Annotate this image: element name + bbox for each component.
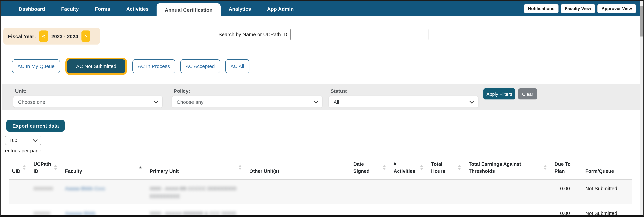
page-size-select[interactable]: 100 [5, 136, 41, 145]
certification-table: UIDUCPath IDFacultyPrimary UnitOther Uni… [9, 156, 632, 217]
status-filter-select[interactable]: All [329, 96, 478, 107]
sort-icon [420, 165, 424, 170]
column-header-form-queue: Form/Queue [582, 156, 632, 179]
redacted-primary-unit: 0000 - AAAAA BBBBBB & CCC DDDD EEE [150, 209, 243, 217]
sort-icon [238, 165, 242, 170]
sort-icon [382, 165, 386, 170]
table-header-row: UIDUCPath IDFacultyPrimary UnitOther Uni… [9, 156, 632, 179]
view-buttons: NotificationsFaculty ViewApprover View [524, 4, 636, 13]
sort-icon [544, 165, 547, 170]
cell-form-queue: Not Submitted [582, 179, 632, 204]
queue-tab-ac-all[interactable]: AC All [225, 59, 250, 73]
search-input[interactable] [290, 29, 428, 40]
column-header-label: Other Unit(s) [250, 169, 279, 174]
column-header-total-earnings-against-thresholds[interactable]: Total Earnings Against Thresholds [465, 156, 551, 179]
section-divider [5, 57, 632, 57]
cell-ucpath-id: 000000 [30, 204, 62, 217]
column-header-label: UCPath ID [34, 161, 51, 174]
chevron-down-icon [33, 137, 38, 142]
column-header-label: Date Signed [353, 161, 370, 174]
cell-date-signed [350, 179, 390, 204]
redacted-faculty-link[interactable]: Aaaaa Bbbb Cccc [65, 186, 105, 191]
cell-faculty: Aaaaa Bbbb Cccc [62, 179, 146, 204]
column-header-other-unit-s: Other Unit(s) [246, 156, 350, 179]
nav-item-faculty[interactable]: Faculty [53, 1, 87, 16]
column-header-label: Total Earnings Against Thresholds [469, 161, 521, 174]
page-size-value: 100 [10, 138, 17, 143]
search-label: Search by Name or UCPath ID: [218, 31, 289, 37]
column-header-date-signed[interactable]: Date Signed [350, 156, 390, 179]
sort-icon [22, 165, 26, 170]
clear-filters-button[interactable]: Clear [518, 88, 537, 99]
column-header-primary-unit[interactable]: Primary Unit [146, 156, 246, 179]
nav-item-dashboard[interactable]: Dashboard [11, 1, 53, 16]
top-nav: DashboardFacultyFormsActivitiesAnnual Ce… [1, 1, 643, 16]
queue-tab-ac-in-my-queue[interactable]: AC In My Queue [12, 59, 60, 73]
cell-other-units [246, 179, 350, 204]
filter-bar: Unit: Choose one Policy: Choose any Stat… [2, 84, 641, 110]
nav-item-activities[interactable]: Activities [118, 1, 156, 16]
cell-due-to-plan: 0.00 [551, 179, 582, 204]
table-row: 000000Aaaaaa Bbbb0000 - AAAAA BBBBBB & C… [9, 204, 632, 217]
queue-tab-ac-accepted[interactable]: AC Accepted [180, 59, 220, 73]
nav-item-annual-certification[interactable]: Annual Certification [157, 3, 220, 16]
column-header-due-to-plan: Due To Plan [551, 156, 582, 179]
column-header-activities[interactable]: # Activities [390, 156, 428, 179]
column-header-faculty[interactable]: Faculty [62, 156, 146, 179]
fiscal-year-selector: Fiscal Year: < 2023 - 2024 > [3, 28, 100, 44]
app-window: DashboardFacultyFormsActivitiesAnnual Ce… [0, 0, 644, 217]
column-header-ucpath-id[interactable]: UCPath ID [30, 156, 62, 179]
unit-filter-select[interactable]: Choose one [14, 96, 162, 107]
column-header-label: Total Hours [431, 161, 445, 174]
column-header-label: Due To Plan [554, 161, 570, 174]
entries-per-page-label: entries per page [5, 148, 42, 153]
cell-faculty: Aaaaaa Bbbb [62, 204, 146, 217]
unit-filter-label: Unit: [15, 88, 26, 94]
fiscal-year-value: 2023 - 2024 [51, 33, 78, 39]
column-header-total-hours[interactable]: Total Hours [428, 156, 465, 179]
column-header-label: Form/Queue [585, 169, 614, 174]
chevron-down-icon [314, 99, 318, 103]
apply-filters-button[interactable]: Apply Filters [484, 88, 515, 99]
faculty-view-button[interactable]: Faculty View [561, 4, 595, 13]
notifications-button[interactable]: Notifications [524, 4, 558, 13]
cell-primary-unit: 0000 - AAAAA BBBBBB & CCC DDDD EEE [146, 204, 246, 217]
chevron-down-icon [154, 99, 158, 103]
sort-icon [54, 165, 57, 170]
cell-total-hours [428, 204, 465, 217]
cell-date-signed [350, 204, 390, 217]
cell-total-earnings [465, 179, 551, 204]
column-header-label: Faculty [65, 169, 82, 174]
column-header-uid[interactable]: UID [9, 156, 30, 179]
cell-form-queue: Not Submitted [582, 204, 632, 217]
queue-tab-ac-not-submitted[interactable]: AC Not Submitted [67, 59, 126, 73]
cell-num-activities [390, 204, 428, 217]
cell-other-units [246, 204, 350, 217]
nav-item-analytics[interactable]: Analytics [220, 1, 259, 16]
status-filter-value: All [334, 99, 339, 105]
redacted-primary-unit: 0000 - AAAA BB CCCCC DDDDDDDD [150, 185, 243, 192]
queue-tab-ac-in-process[interactable]: AC In Process [132, 59, 175, 73]
sort-ascending-icon [139, 167, 142, 169]
nav-item-app-admin[interactable]: App Admin [259, 1, 302, 16]
cell-uid [9, 179, 30, 204]
scrollbar-thumb[interactable] [640, 6, 643, 36]
cell-total-earnings [465, 204, 551, 217]
nav-item-forms[interactable]: Forms [87, 1, 118, 16]
sort-icon [458, 165, 461, 170]
fiscal-year-prev-button[interactable]: < [39, 30, 48, 42]
redacted-faculty-link[interactable]: Aaaaaa Bbbb [65, 210, 96, 216]
column-header-label: # Activities [394, 161, 415, 174]
cell-primary-unit: 0000 - AAAA BB CCCCC DDDDDDDDEEEEEEEEE [146, 179, 246, 204]
fiscal-year-next-button[interactable]: > [82, 30, 90, 42]
cell-uid [9, 204, 30, 217]
column-header-label: Primary Unit [150, 169, 179, 174]
vertical-scrollbar[interactable] [640, 1, 643, 215]
table-row: 0000000Aaaaa Bbbb Cccc0000 - AAAA BB CCC… [9, 179, 632, 204]
policy-filter-select[interactable]: Choose any [172, 96, 322, 107]
column-header-label: UID [12, 169, 20, 174]
cell-ucpath-id: 0000000 [30, 179, 62, 204]
cell-total-hours [428, 179, 465, 204]
export-button[interactable]: Export current data [6, 120, 65, 132]
approver-view-button[interactable]: Approver View [598, 4, 636, 13]
